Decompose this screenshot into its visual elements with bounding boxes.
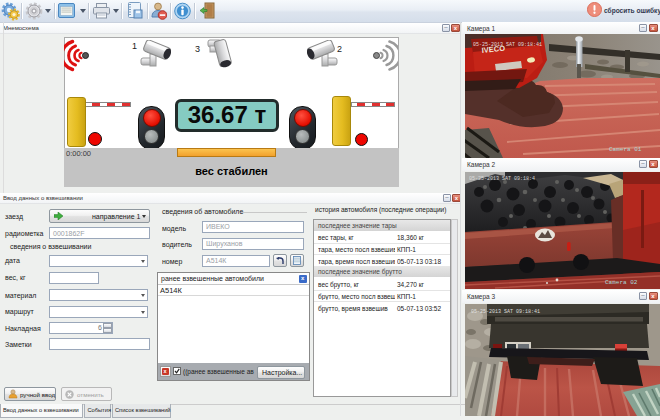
svg-text:05-25-2013 SAT 09:18:41: 05-25-2013 SAT 09:18:41: [471, 309, 540, 315]
svg-text:Camera 01: Camera 01: [609, 146, 642, 153]
svg-text:05-25-2013 SAT 09:18:4: 05-25-2013 SAT 09:18:4: [469, 176, 535, 182]
svg-text:Camera 02: Camera 02: [605, 279, 638, 286]
svg-text:05-25-2013 SAT 09:18:41: 05-25-2013 SAT 09:18:41: [473, 42, 542, 48]
